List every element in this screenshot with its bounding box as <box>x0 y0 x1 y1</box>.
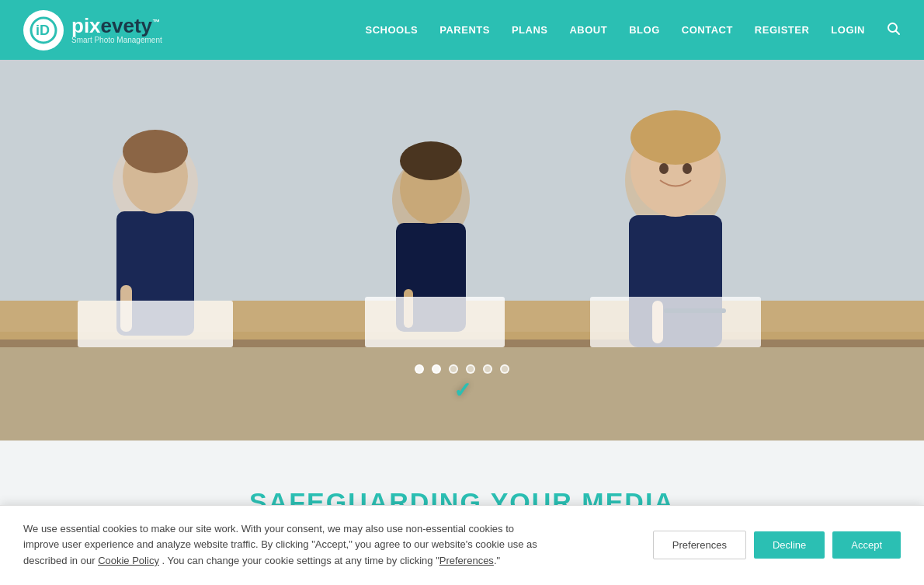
carousel-dot-4[interactable] <box>466 364 475 374</box>
svg-rect-19 <box>365 297 505 347</box>
carousel-dot-6[interactable] <box>500 364 509 374</box>
scroll-down-button[interactable]: ✓ <box>453 380 471 402</box>
logo-brand: pixevety™ <box>71 16 162 36</box>
preferences-button[interactable]: Preferences <box>653 531 746 549</box>
search-button[interactable] <box>887 22 901 39</box>
logo-icon: iD <box>23 10 64 50</box>
nav-blog[interactable]: BLOG <box>629 24 660 36</box>
nav-plans[interactable]: PLANS <box>512 24 548 36</box>
nav-login[interactable]: LOGIN <box>831 24 865 36</box>
accept-button[interactable]: Accept <box>832 531 901 549</box>
svg-rect-28 <box>664 308 726 313</box>
carousel-dot-1[interactable] <box>415 364 424 374</box>
svg-point-23 <box>630 110 721 165</box>
svg-text:iD: iD <box>36 23 50 38</box>
cookie-banner: We use essential cookies to make our sit… <box>0 505 924 549</box>
svg-point-11 <box>123 130 188 173</box>
svg-point-25 <box>683 163 692 174</box>
nav-register[interactable]: REGISTER <box>755 24 809 36</box>
svg-line-3 <box>896 30 900 34</box>
logo[interactable]: iD pixevety™ Smart Photo Management <box>23 10 162 50</box>
cookie-text: We use essential cookies to make our sit… <box>23 521 551 549</box>
carousel-dot-2[interactable] <box>432 364 441 374</box>
nav-parents[interactable]: PARENTS <box>439 24 490 36</box>
carousel-dots <box>415 364 509 374</box>
svg-rect-27 <box>590 297 761 347</box>
nav-contact[interactable]: CONTACT <box>682 24 733 36</box>
carousel-dot-5[interactable] <box>483 364 492 374</box>
svg-point-24 <box>659 163 669 174</box>
cookie-message: We use essential cookies to make our sit… <box>23 523 537 549</box>
decline-button[interactable]: Decline <box>754 531 825 549</box>
cookie-buttons: Preferences Decline Accept <box>653 531 901 549</box>
carousel-dot-3[interactable] <box>449 364 458 374</box>
logo-text: pixevety™ Smart Photo Management <box>71 16 162 44</box>
logo-tagline: Smart Photo Management <box>71 36 162 44</box>
svg-point-17 <box>400 141 462 180</box>
svg-rect-13 <box>78 301 233 347</box>
carousel-controls: ✓ <box>415 364 509 402</box>
nav-schools[interactable]: SCHOOLS <box>365 24 418 36</box>
nav-about[interactable]: ABOUT <box>569 24 607 36</box>
main-nav: SCHOOLS PARENTS PLANS ABOUT BLOG CONTACT… <box>365 22 901 39</box>
hero-section: ✓ <box>0 60 924 440</box>
site-header: iD pixevety™ Smart Photo Management SCHO… <box>0 0 924 60</box>
